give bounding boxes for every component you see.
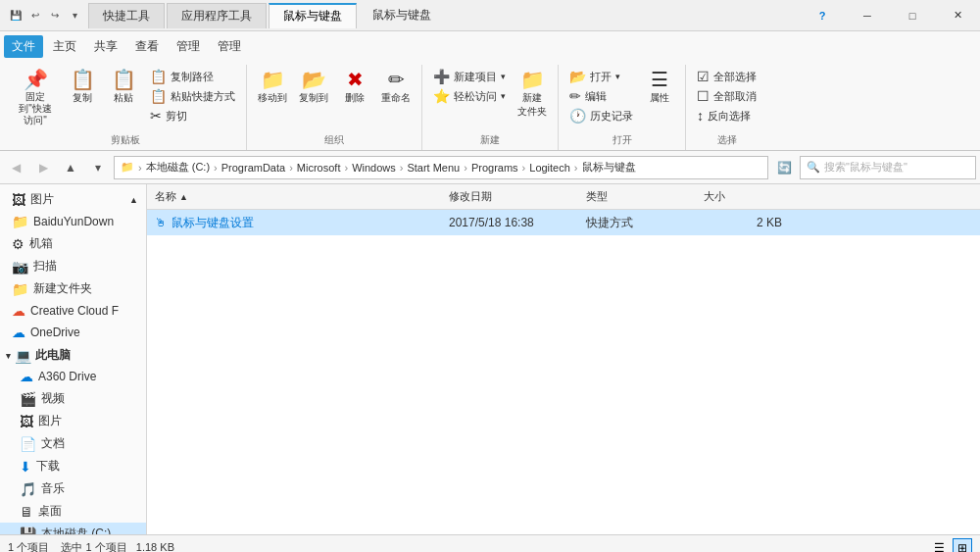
menu-view[interactable]: 查看	[127, 35, 167, 58]
new-item-button[interactable]: ➕ 新建项目 ▾	[428, 67, 511, 86]
select-all-button[interactable]: ☑ 全部选择	[692, 67, 761, 86]
ribbon-tabs: 快捷工具 应用程序工具 鼠标与键盘	[88, 3, 359, 28]
tab-mouse-keyboard[interactable]: 鼠标与键盘	[269, 3, 357, 28]
path-sep-2: ›	[289, 162, 293, 174]
sidebar-item-newfolder[interactable]: 📁 新建文件夹	[0, 277, 146, 300]
copy-icon: 📋	[71, 70, 95, 89]
sidebar-item-images[interactable]: 🖼 图片	[0, 410, 146, 432]
invert-selection-button[interactable]: ↕ 反向选择	[692, 106, 761, 125]
organize-label: 组织	[324, 131, 344, 150]
select-items: ☑ 全部选择 ☐ 全部取消 ↕ 反向选择	[692, 65, 761, 131]
pin-icon: 📌	[24, 70, 48, 89]
back-button[interactable]: ◀	[4, 156, 27, 179]
tab-app-tools[interactable]: 应用程序工具	[167, 3, 267, 28]
sidebar-item-onedrive[interactable]: ☁ OneDrive	[0, 322, 146, 343]
copy-path-button[interactable]: 📋 复制路径	[145, 67, 240, 86]
redo-icon[interactable]: ↪	[47, 8, 63, 24]
menu-home[interactable]: 主页	[45, 35, 84, 58]
new-folder-button[interactable]: 📁 新建 文件夹	[513, 67, 552, 122]
path-startmenu[interactable]: Start Menu	[407, 162, 460, 174]
path-microsoft[interactable]: Microsoft	[297, 162, 341, 174]
path-separator-0: ›	[138, 162, 142, 174]
sidebar-item-pictures[interactable]: 🖼 图片 ▲	[0, 188, 146, 211]
clipboard-small-col: 📋 复制路径 📋 粘贴快捷方式 ✂ 剪切	[145, 67, 240, 125]
sidebar-item-desktop[interactable]: 🖥 桌面	[0, 500, 146, 523]
col-date-header[interactable]: 修改日期	[449, 189, 586, 204]
path-programs[interactable]: Programs	[471, 162, 518, 174]
path-logitech[interactable]: Logitech	[529, 162, 570, 174]
sidebar-item-creativecloud[interactable]: ☁ Creative Cloud F	[0, 300, 146, 322]
sidebar-item-baiduyun[interactable]: 📁 BaiduYunDown	[0, 211, 146, 232]
sidebar-item-scan[interactable]: 📷 扫描	[0, 255, 146, 277]
title-bar: 💾 ↩ ↪ ▾ 快捷工具 应用程序工具 鼠标与键盘 鼠标与键盘 ? ─ □ ✕	[0, 0, 980, 31]
path-current[interactable]: 鼠标与键盘	[582, 160, 636, 175]
pin-button[interactable]: 📌 固定到"快速 访问"	[10, 67, 61, 129]
properties-button[interactable]: ☰ 属性	[640, 67, 679, 108]
sidebar-item-a360[interactable]: ☁ A360 Drive	[0, 366, 146, 387]
menu-manage2[interactable]: 管理	[210, 35, 249, 58]
forward-button[interactable]: ▶	[31, 156, 55, 179]
clipboard-items: 📌 固定到"快速 访问" 📋 复制 📋 粘贴 📋 复制路径	[10, 65, 240, 131]
paste-shortcut-button[interactable]: 📋 粘贴快捷方式	[145, 86, 240, 106]
move-to-button[interactable]: 📁 移动到	[253, 67, 292, 108]
menu-file[interactable]: 文件	[4, 35, 43, 58]
history-button[interactable]: 🕐 历史记录	[564, 106, 638, 125]
dropdown-icon[interactable]: ▾	[67, 8, 82, 24]
minimize-button[interactable]: ─	[845, 0, 890, 31]
address-bar: ◀ ▶ ▲ ▾ 📁 › 本地磁盘 (C:) › ProgramData › Mi…	[0, 151, 980, 184]
easy-access-button[interactable]: ⭐ 轻松访问 ▾	[428, 86, 511, 106]
menu-share[interactable]: 共享	[86, 35, 125, 58]
tab-quick-tools[interactable]: 快捷工具	[88, 3, 165, 28]
undo-icon[interactable]: ↩	[27, 8, 43, 24]
path-programdata[interactable]: ProgramData	[221, 162, 285, 174]
table-row[interactable]: 🖱 鼠标与键盘设置 2017/5/18 16:38 快捷方式 2 KB	[147, 210, 980, 235]
list-view-button[interactable]: ⊞	[953, 538, 972, 553]
sidebar-section-thispc[interactable]: ▾ 💻 此电脑	[0, 343, 146, 366]
path-sep-7: ›	[574, 162, 578, 174]
maximize-button[interactable]: □	[890, 0, 935, 31]
group-select: ☑ 全部选择 ☐ 全部取消 ↕ 反向选择 选择	[686, 65, 767, 150]
newfolder-icon: 📁	[12, 281, 28, 297]
sidebar-item-local-disk[interactable]: 💾 本地磁盘 (C:)	[0, 523, 146, 534]
new-label: 新建	[480, 131, 500, 150]
path-windows[interactable]: Windows	[352, 162, 396, 174]
search-icon: 🔍	[807, 161, 820, 174]
deselect-all-button[interactable]: ☐ 全部取消	[692, 86, 761, 106]
view-buttons: ☰ ⊞	[929, 538, 972, 553]
edit-button[interactable]: ✏ 编辑	[564, 86, 638, 106]
refresh-button[interactable]: 🔄	[772, 156, 796, 179]
up-button[interactable]: ▲	[59, 156, 82, 179]
details-view-button[interactable]: ☰	[929, 538, 949, 553]
thispc-expand-icon: ▾	[6, 351, 11, 361]
paste-button[interactable]: 📋 粘贴	[104, 67, 143, 108]
sidebar-item-downloads[interactable]: ⬇ 下载	[0, 455, 146, 477]
sidebar-item-videos[interactable]: 🎬 视频	[0, 387, 146, 410]
col-type-header[interactable]: 类型	[586, 189, 704, 204]
save-icon[interactable]: 💾	[8, 8, 24, 24]
paste-icon: 📋	[112, 70, 136, 89]
address-path[interactable]: 📁 › 本地磁盘 (C:) › ProgramData › Microsoft …	[114, 156, 768, 179]
sidebar-item-documents[interactable]: 📄 文档	[0, 432, 146, 455]
delete-button[interactable]: ✖ 删除	[335, 67, 374, 108]
path-c[interactable]: 本地磁盘 (C:)	[146, 160, 210, 175]
select-all-icon: ☑	[697, 69, 710, 84]
cut-button[interactable]: ✂ 剪切	[145, 106, 240, 125]
col-name-header[interactable]: 名称 ▲	[155, 189, 449, 204]
paste-shortcut-icon: 📋	[150, 88, 167, 104]
copy-to-button[interactable]: 📂 复制到	[294, 67, 333, 108]
open-button[interactable]: 📂 打开 ▾	[564, 67, 638, 86]
recent-button[interactable]: ▾	[86, 156, 110, 179]
sidebar-item-music[interactable]: 🎵 音乐	[0, 477, 146, 500]
help-icon[interactable]: ?	[800, 0, 845, 31]
new-small-col: ➕ 新建项目 ▾ ⭐ 轻松访问 ▾	[428, 67, 511, 106]
sidebar-item-case[interactable]: ⚙ 机箱	[0, 232, 146, 255]
close-button[interactable]: ✕	[935, 0, 980, 31]
col-size-header[interactable]: 大小	[704, 189, 782, 204]
status-bar: 1 个项目 选中 1 个项目 1.18 KB ☰ ⊞	[0, 534, 980, 552]
search-box[interactable]: 🔍 搜索"鼠标与键盘"	[800, 156, 976, 179]
copy-button[interactable]: 📋 复制	[63, 67, 102, 108]
title-bar-left: 💾 ↩ ↪ ▾ 快捷工具 应用程序工具 鼠标与键盘 鼠标与键盘	[8, 3, 431, 28]
menu-manage[interactable]: 管理	[169, 35, 208, 58]
desktop-icon: 🖥	[20, 504, 33, 520]
rename-button[interactable]: ✏ 重命名	[376, 67, 416, 108]
